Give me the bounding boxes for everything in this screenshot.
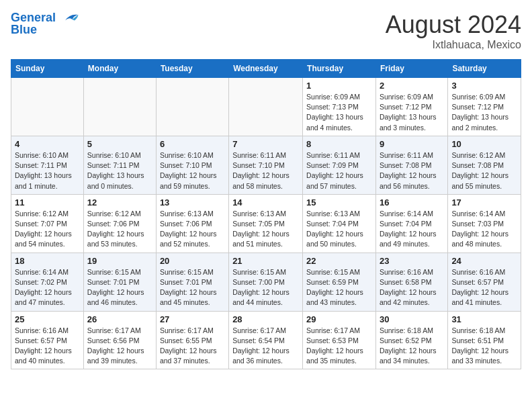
day-cell-20: 20Sunrise: 6:15 AM Sunset: 7:01 PM Dayli… [156, 253, 228, 311]
day-info: Sunrise: 6:13 AM Sunset: 7:04 PM Dayligh… [306, 209, 372, 250]
day-cell-14: 14Sunrise: 6:13 AM Sunset: 7:05 PM Dayli… [229, 194, 303, 253]
day-cell-21: 21Sunrise: 6:15 AM Sunset: 7:00 PM Dayli… [229, 253, 303, 311]
logo-bird-icon [60, 11, 79, 26]
day-number: 9 [380, 139, 444, 149]
day-info: Sunrise: 6:11 AM Sunset: 7:08 PM Dayligh… [380, 150, 444, 191]
day-info: Sunrise: 6:17 AM Sunset: 6:54 PM Dayligh… [232, 326, 299, 367]
empty-cell [156, 78, 228, 136]
day-info: Sunrise: 6:16 AM Sunset: 6:57 PM Dayligh… [451, 267, 517, 308]
day-cell-11: 11Sunrise: 6:12 AM Sunset: 7:07 PM Dayli… [11, 194, 84, 253]
day-info: Sunrise: 6:17 AM Sunset: 6:55 PM Dayligh… [160, 326, 225, 367]
week-row-2: 4Sunrise: 6:10 AM Sunset: 7:11 PM Daylig… [11, 136, 521, 194]
day-number: 4 [15, 139, 80, 149]
day-cell-13: 13Sunrise: 6:13 AM Sunset: 7:06 PM Dayli… [156, 194, 228, 253]
day-info: Sunrise: 6:18 AM Sunset: 6:51 PM Dayligh… [451, 326, 517, 367]
weekday-saturday: Saturday [448, 60, 521, 78]
day-cell-15: 15Sunrise: 6:13 AM Sunset: 7:04 PM Dayli… [303, 194, 376, 253]
day-cell-25: 25Sunrise: 6:16 AM Sunset: 6:57 PM Dayli… [11, 311, 84, 369]
day-info: Sunrise: 6:12 AM Sunset: 7:07 PM Dayligh… [15, 209, 80, 250]
day-cell-4: 4Sunrise: 6:10 AM Sunset: 7:11 PM Daylig… [11, 136, 84, 194]
day-number: 15 [306, 197, 372, 208]
day-info: Sunrise: 6:14 AM Sunset: 7:04 PM Dayligh… [380, 209, 444, 250]
day-number: 6 [160, 139, 225, 149]
day-info: Sunrise: 6:17 AM Sunset: 6:56 PM Dayligh… [87, 326, 152, 367]
day-cell-18: 18Sunrise: 6:14 AM Sunset: 7:02 PM Dayli… [11, 253, 84, 311]
day-info: Sunrise: 6:15 AM Sunset: 6:59 PM Dayligh… [306, 267, 372, 308]
day-info: Sunrise: 6:13 AM Sunset: 7:05 PM Dayligh… [232, 209, 299, 250]
day-cell-29: 29Sunrise: 6:17 AM Sunset: 6:53 PM Dayli… [303, 311, 376, 369]
week-row-5: 25Sunrise: 6:16 AM Sunset: 6:57 PM Dayli… [11, 311, 521, 369]
day-number: 7 [232, 139, 299, 149]
day-number: 3 [451, 81, 517, 91]
day-cell-9: 9Sunrise: 6:11 AM Sunset: 7:08 PM Daylig… [375, 136, 447, 194]
day-cell-17: 17Sunrise: 6:14 AM Sunset: 7:03 PM Dayli… [448, 194, 521, 253]
day-info: Sunrise: 6:10 AM Sunset: 7:11 PM Dayligh… [15, 150, 80, 191]
weekday-sunday: Sunday [11, 60, 84, 78]
day-number: 30 [380, 314, 444, 324]
day-cell-31: 31Sunrise: 6:18 AM Sunset: 6:51 PM Dayli… [448, 311, 521, 369]
empty-cell [11, 78, 84, 136]
day-cell-10: 10Sunrise: 6:12 AM Sunset: 7:08 PM Dayli… [448, 136, 521, 194]
day-info: Sunrise: 6:16 AM Sunset: 6:57 PM Dayligh… [15, 326, 80, 367]
day-number: 11 [15, 197, 80, 208]
week-row-4: 18Sunrise: 6:14 AM Sunset: 7:02 PM Dayli… [11, 253, 521, 311]
day-cell-30: 30Sunrise: 6:18 AM Sunset: 6:52 PM Dayli… [375, 311, 447, 369]
day-info: Sunrise: 6:09 AM Sunset: 7:13 PM Dayligh… [306, 92, 372, 133]
day-number: 24 [451, 256, 517, 266]
day-number: 10 [451, 139, 517, 149]
day-number: 1 [306, 81, 372, 91]
week-row-3: 11Sunrise: 6:12 AM Sunset: 7:07 PM Dayli… [11, 194, 521, 253]
day-number: 12 [87, 197, 152, 208]
day-info: Sunrise: 6:13 AM Sunset: 7:06 PM Dayligh… [160, 209, 225, 250]
weekday-tuesday: Tuesday [156, 60, 228, 78]
day-info: Sunrise: 6:15 AM Sunset: 7:01 PM Dayligh… [87, 267, 152, 308]
day-info: Sunrise: 6:11 AM Sunset: 7:09 PM Dayligh… [306, 150, 372, 191]
day-number: 17 [451, 197, 517, 208]
day-cell-24: 24Sunrise: 6:16 AM Sunset: 6:57 PM Dayli… [448, 253, 521, 311]
month-year: August 2024 [386, 11, 521, 39]
weekday-wednesday: Wednesday [229, 60, 303, 78]
day-cell-8: 8Sunrise: 6:11 AM Sunset: 7:09 PM Daylig… [303, 136, 376, 194]
day-number: 29 [306, 314, 372, 324]
day-cell-27: 27Sunrise: 6:17 AM Sunset: 6:55 PM Dayli… [156, 311, 228, 369]
empty-cell [229, 78, 303, 136]
day-number: 28 [232, 314, 299, 324]
day-info: Sunrise: 6:15 AM Sunset: 7:01 PM Dayligh… [160, 267, 225, 308]
empty-cell [83, 78, 156, 136]
day-info: Sunrise: 6:09 AM Sunset: 7:12 PM Dayligh… [380, 92, 444, 133]
day-number: 22 [306, 256, 372, 266]
day-info: Sunrise: 6:16 AM Sunset: 6:58 PM Dayligh… [380, 267, 444, 308]
day-number: 18 [15, 256, 80, 266]
day-info: Sunrise: 6:09 AM Sunset: 7:12 PM Dayligh… [451, 92, 517, 133]
day-number: 23 [380, 256, 444, 266]
day-info: Sunrise: 6:11 AM Sunset: 7:10 PM Dayligh… [232, 150, 299, 191]
day-cell-3: 3Sunrise: 6:09 AM Sunset: 7:12 PM Daylig… [448, 78, 521, 136]
day-cell-26: 26Sunrise: 6:17 AM Sunset: 6:56 PM Dayli… [83, 311, 156, 369]
day-cell-12: 12Sunrise: 6:12 AM Sunset: 7:06 PM Dayli… [83, 194, 156, 253]
day-cell-2: 2Sunrise: 6:09 AM Sunset: 7:12 PM Daylig… [375, 78, 447, 136]
day-info: Sunrise: 6:14 AM Sunset: 7:03 PM Dayligh… [451, 209, 517, 250]
day-cell-7: 7Sunrise: 6:11 AM Sunset: 7:10 PM Daylig… [229, 136, 303, 194]
day-cell-6: 6Sunrise: 6:10 AM Sunset: 7:10 PM Daylig… [156, 136, 228, 194]
day-number: 26 [87, 314, 152, 324]
day-number: 2 [380, 81, 444, 91]
weekday-friday: Friday [375, 60, 447, 78]
location: Ixtlahuaca, Mexico [386, 39, 521, 51]
day-number: 31 [451, 314, 517, 324]
logo: General Blue [11, 11, 79, 37]
day-info: Sunrise: 6:10 AM Sunset: 7:11 PM Dayligh… [87, 150, 152, 191]
title-block: August 2024 Ixtlahuaca, Mexico [386, 11, 521, 51]
day-cell-16: 16Sunrise: 6:14 AM Sunset: 7:04 PM Dayli… [375, 194, 447, 253]
day-info: Sunrise: 6:12 AM Sunset: 7:08 PM Dayligh… [451, 150, 517, 191]
day-number: 27 [160, 314, 225, 324]
weekday-monday: Monday [83, 60, 156, 78]
day-info: Sunrise: 6:15 AM Sunset: 7:00 PM Dayligh… [232, 267, 299, 308]
day-info: Sunrise: 6:17 AM Sunset: 6:53 PM Dayligh… [306, 326, 372, 367]
weekday-thursday: Thursday [303, 60, 376, 78]
week-row-1: 1Sunrise: 6:09 AM Sunset: 7:13 PM Daylig… [11, 78, 521, 136]
weekday-header-row: SundayMondayTuesdayWednesdayThursdayFrid… [11, 60, 521, 78]
day-number: 13 [160, 197, 225, 208]
day-number: 19 [87, 256, 152, 266]
day-number: 20 [160, 256, 225, 266]
day-info: Sunrise: 6:18 AM Sunset: 6:52 PM Dayligh… [380, 326, 444, 367]
